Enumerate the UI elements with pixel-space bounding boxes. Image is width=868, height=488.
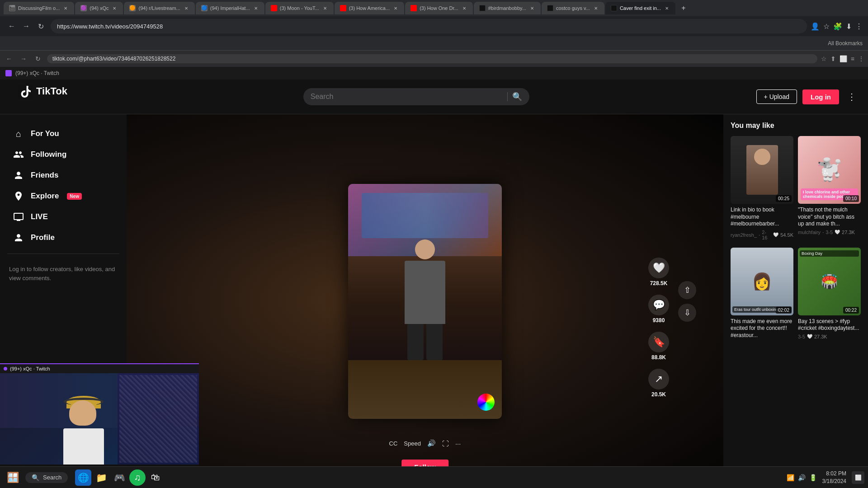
full-page: 🎬 DiscussingFilm o... ✕ 🟣 (94) xQc ✕ 🟠 (… [0,0,868,488]
star-icon[interactable]: ☆ [823,22,830,31]
inner-more-icon[interactable]: ⋮ [858,55,864,62]
profile-icon[interactable]: 👤 [811,22,820,31]
next-video-button[interactable]: ⇩ [678,304,696,322]
share-button[interactable]: ↗ 20.5K [648,369,669,398]
share-icon: ↗ [648,369,669,389]
extensions-icon[interactable]: 🧩 [833,22,842,31]
taskbar-app-files[interactable]: 📁 [93,469,109,486]
twitch-stream-content[interactable] [0,373,199,465]
taskbar-date-value: 3/18/2024 [822,478,846,485]
taskbar-app-browser[interactable]: 🌐 [75,469,91,486]
network-icon[interactable]: 📶 [787,474,794,481]
person-legs-container [405,324,445,360]
tab-costco[interactable]: costco guys v... ✕ [542,2,604,14]
like-count: 728.5K [650,280,668,286]
taskbar-search-box[interactable]: 🔍 Search [25,472,68,483]
tab-birdman-favicon [479,5,486,11]
sidebar-item-explore[interactable]: Explore New [4,186,123,206]
back-button[interactable]: ← [5,20,18,33]
tiktok-logo[interactable]: TikTok [9,84,76,109]
tab-costco-close[interactable]: ✕ [593,5,599,11]
more-options-icon[interactable]: ··· [455,440,461,447]
suggested-card-4[interactable]: 🏟️ Boxing Day 00:22 Bay 13 scenes > #fyp… [798,248,861,342]
fullscreen-icon[interactable]: ⛶ [442,440,449,447]
tab-caver-favicon [611,5,617,11]
search-input[interactable] [311,93,503,101]
tab-discussing-film[interactable]: 🎬 DiscussingFilm o... ✕ [4,2,74,14]
tab-birdman[interactable]: #birdmanbobby... ✕ [474,2,541,14]
taskbar-app-store[interactable]: 🛍 [147,469,164,486]
suggested-meta-1: ryan2fresh_ · 2-16 🤍 54.5K [731,230,793,240]
inner-share-icon[interactable]: ⬆ [830,55,836,62]
bookmark-button[interactable]: 🔖 88.8K [648,332,669,361]
tab-xqc-close[interactable]: ✕ [111,5,118,11]
inner-url-bar[interactable]: tiktok.com/@phart63/video/73464870262518… [47,54,817,63]
sidebar-item-friends[interactable]: Friends [4,165,123,186]
taskbar-clock[interactable]: 8:02 PM 3/18/2024 [822,470,846,485]
tab-caver[interactable]: Caver find exit in... ✕ [605,2,675,14]
tab-livestream-close[interactable]: ✕ [183,5,189,11]
xqc-bar: (99+) xQc · Twitch [0,67,868,80]
search-icon[interactable]: 🔍 [512,92,522,102]
inner-reload-btn[interactable]: ↻ [33,55,43,62]
start-button[interactable]: 🪟 [4,469,22,487]
suggested-meta-2: mulchfairy · 3-5 🤍 27.3K [798,230,861,235]
sidebar-item-live[interactable]: LIVE [4,206,123,227]
tab-close-btn[interactable]: ✕ [62,5,69,11]
tab-birdman-close[interactable]: ✕ [529,5,535,11]
suggested-meta-4: 3-5 🤍 27.3K [798,334,861,339]
speed-label[interactable]: Speed [404,440,421,447]
inner-tab-icon[interactable]: ⬜ [840,55,847,62]
suggested-info-3: This made me even more excited for the c… [731,315,793,342]
thumb-3: 👩 Eras tour outfit unboxing! 02:02 [731,248,793,315]
sidebar-explore-label: Explore [31,192,59,201]
like-button[interactable]: 🤍 728.5K [648,258,669,286]
more-menu-button[interactable]: ⋮ [844,89,859,104]
prev-video-button[interactable]: ⇧ [678,281,696,299]
sidebar-item-profile[interactable]: Profile [4,227,123,248]
address-bar[interactable]: https://www.twitch.tv/videos/2094749528 [51,19,807,33]
inner-address-bar: ← → ↻ tiktok.com/@phart63/video/73464870… [0,51,868,67]
person-head [415,239,435,259]
tab-america[interactable]: (3) How America... ✕ [335,2,404,14]
tab-imperial[interactable]: 🔵 (94) ImperialHat... ✕ [196,2,264,14]
all-bookmarks[interactable]: All Bookmarks [828,40,863,47]
tab-one-dr-close[interactable]: ✕ [461,5,467,11]
search-bar[interactable]: 🔍 [303,88,529,105]
tab-caver-close[interactable]: ✕ [664,5,670,11]
suggested-card-1[interactable]: 00:25 Link in bio to book #melbourne #me… [731,136,793,243]
login-button[interactable]: Log in [802,89,839,104]
inner-back-btn[interactable]: ← [4,55,14,62]
twitch-overlay: (99+) xQc · Twitch [0,363,199,466]
tab-livestream[interactable]: 🟠 (94) r/Livestream... ✕ [124,2,194,14]
tab-america-close[interactable]: ✕ [392,5,399,11]
captions-icon[interactable]: CC [389,440,398,447]
tab-moon[interactable]: (3) Moon - YouT... ✕ [265,2,334,14]
suggested-card-3[interactable]: 👩 Eras tour outfit unboxing! 02:02 This … [731,248,793,342]
inner-forward-btn[interactable]: → [18,55,29,62]
taskbar-app-spotify[interactable]: ♫ [129,469,146,486]
upload-button[interactable]: + Upload [756,89,797,104]
more-browser-btn[interactable]: ⋮ [855,22,863,31]
comment-button[interactable]: 💬 9380 [648,295,669,324]
inner-star-icon[interactable]: ☆ [821,55,827,62]
volume-icon[interactable]: 🔊 [427,439,436,447]
reload-button[interactable]: ↻ [34,20,47,33]
tab-moon-close[interactable]: ✕ [322,5,328,11]
taskbar-notification-button[interactable]: ⬜ [852,471,864,484]
download-icon[interactable]: ⬇ [846,22,852,31]
new-tab-btn[interactable]: + [678,3,689,14]
sound-icon[interactable]: 🔊 [798,474,806,481]
tab-imperial-close[interactable]: ✕ [253,5,259,11]
taskbar-app-game[interactable]: 🎮 [111,469,127,486]
tab-xqc[interactable]: 🟣 (94) xQc ✕ [75,2,123,14]
inner-sidebar-icon[interactable]: ≡ [851,55,854,62]
sidebar-item-for-you[interactable]: ⌂ For You [4,123,123,144]
sidebar-item-following[interactable]: Following [4,144,123,165]
battery-icon[interactable]: 🔋 [809,474,817,481]
suggested-card-2[interactable]: 🐩 I love chlorine and other chemicals in… [798,136,861,243]
tab-america-favicon [340,5,346,11]
main-video-frame [348,184,502,419]
tab-one-dr[interactable]: (3) How One Dr... ✕ [405,2,473,14]
forward-button[interactable]: → [20,20,33,33]
